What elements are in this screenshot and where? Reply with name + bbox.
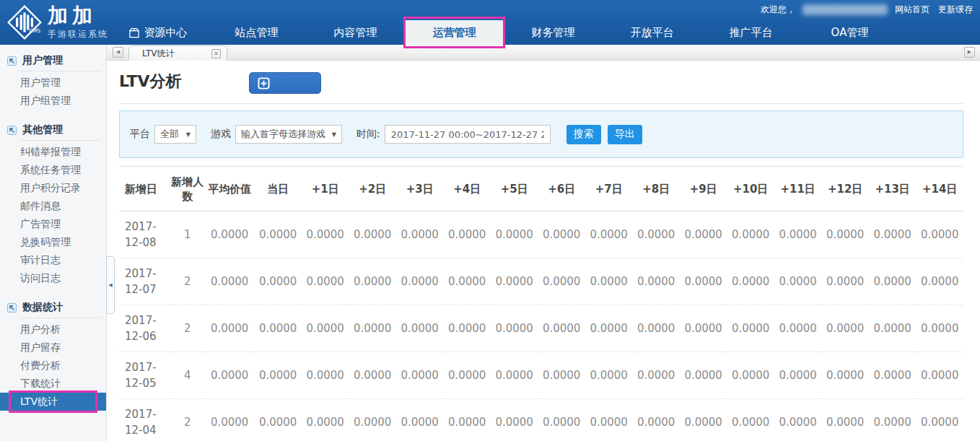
table-cell: 0.0000 xyxy=(916,352,963,399)
nav-item-open-platform[interactable]: 开放平台 xyxy=(603,20,701,45)
chevron-left-icon: ◀ xyxy=(116,49,120,55)
table-cell: 0.0000 xyxy=(302,399,349,441)
table-row: 2017-12-0420.00000.00000.00000.00000.000… xyxy=(119,399,963,441)
section-collapse-icon xyxy=(7,126,17,135)
sidebar-item-error-report-management[interactable]: 纠错举报管理 xyxy=(0,143,106,161)
sidebar-item-user-group-management[interactable]: 用户组管理 xyxy=(0,92,106,110)
export-button[interactable]: 导出 xyxy=(608,125,642,144)
filter-bar: 平台 全部 ▼ 游戏 输入首字母选择游戏 ▼ 时间: 搜索 导出 xyxy=(119,110,963,158)
link-site-home[interactable]: 网站首页 xyxy=(895,4,929,16)
open-tabs: LTV统计✕ xyxy=(128,45,227,61)
title-divider xyxy=(119,103,963,104)
table-header-cell: +5日 xyxy=(491,167,538,211)
sidebar-item-system-task-management[interactable]: 系统任务管理 xyxy=(0,161,106,179)
table-body: 2017-12-0810.00000.00000.00000.00000.000… xyxy=(119,211,963,441)
nav-item-label: 推广平台 xyxy=(730,20,773,45)
table-cell: 0.0000 xyxy=(727,211,774,258)
nav-item-resource-center[interactable]: 资源中心 xyxy=(108,20,207,45)
sidebar-item-redeem-code-management[interactable]: 兑换码管理 xyxy=(0,233,106,251)
table-cell: 0.0000 xyxy=(491,352,538,399)
table-cell-count: 1 xyxy=(170,211,205,258)
table-cell: 0.0000 xyxy=(538,352,585,399)
link-refresh-cache[interactable]: 更新缓存 xyxy=(938,4,973,16)
time-range-input[interactable] xyxy=(385,125,551,144)
welcome-text: 欢迎您， xyxy=(761,4,795,16)
sidebar-collapse-handle[interactable]: ◀ xyxy=(106,256,115,314)
table-cell: 0.0000 xyxy=(585,305,633,352)
plus-square-icon xyxy=(258,77,270,89)
brand-logo[interactable]: CMS 加加 手游联运系统 xyxy=(7,4,108,41)
nav-item-finance-management[interactable]: 财务管理 xyxy=(504,20,603,45)
add-button[interactable] xyxy=(249,72,321,94)
table-cell: 0.0000 xyxy=(680,352,727,399)
sidebar-item-download-stats[interactable]: 下载统计 xyxy=(0,375,106,393)
table-cell: 0.0000 xyxy=(205,305,255,352)
nav-item-label: OA管理 xyxy=(831,20,869,45)
table-cell: 0.0000 xyxy=(396,352,444,399)
table-header-cell: 当日 xyxy=(254,167,302,211)
sidebar-item-ltv-stats[interactable]: LTV统计 xyxy=(0,393,106,411)
table-cell: 0.0000 xyxy=(869,352,916,399)
table-header-cell: +12日 xyxy=(821,167,869,211)
sidebar-item-mail-messages[interactable]: 邮件消息 xyxy=(0,197,106,215)
page-title: LTV分析 xyxy=(119,71,181,92)
sidebar-section-header-user-management-section[interactable]: 用户管理 xyxy=(0,51,106,69)
table-cell: 0.0000 xyxy=(774,305,822,352)
sidebar-item-ad-management[interactable]: 广告管理 xyxy=(0,215,106,233)
sidebar-section-header-data-stats-section[interactable]: 数据统计 xyxy=(0,297,106,316)
table-cell: 0.0000 xyxy=(774,211,822,258)
table-cell: 0.0000 xyxy=(349,399,396,441)
game-select-value: 输入首字母选择游戏 xyxy=(241,128,325,141)
table-cell: 0.0000 xyxy=(632,258,680,305)
search-button[interactable]: 搜索 xyxy=(566,125,601,144)
sidebar-item-user-management[interactable]: 用户管理 xyxy=(0,74,106,92)
nav-item-content-management[interactable]: 内容管理 xyxy=(306,20,405,45)
nav-item-operations-management[interactable]: 运营管理 xyxy=(405,20,504,45)
close-icon[interactable]: ✕ xyxy=(211,49,221,58)
nav-item-label: 财务管理 xyxy=(532,20,575,45)
chevron-down-icon: ▼ xyxy=(326,131,336,138)
table-cell: 0.0000 xyxy=(774,258,822,305)
sidebar-item-access-log[interactable]: 访问日志 xyxy=(0,269,106,287)
table-cell: 0.0000 xyxy=(302,305,349,352)
table-header-cell: +8日 xyxy=(632,167,680,211)
table-cell: 0.0000 xyxy=(869,305,916,352)
chevron-down-icon: ▼ xyxy=(180,131,191,138)
table-cell: 0.0000 xyxy=(254,399,302,441)
table-header-cell: +10日 xyxy=(727,167,774,211)
section-collapse-icon xyxy=(7,303,17,313)
table-cell: 0.0000 xyxy=(821,399,869,441)
tab-scroll-left-button[interactable]: ◀ xyxy=(113,47,123,58)
table-header-cell: +11日 xyxy=(774,167,822,211)
nav-item-promotion-platform[interactable]: 推广平台 xyxy=(701,20,800,45)
other-management-section: 其他管理纠错举报管理系统任务管理用户积分记录邮件消息广告管理兑换码管理审计日志访… xyxy=(0,120,106,287)
brand-subtitle: 手游联运系统 xyxy=(48,28,108,40)
table-cell: 0.0000 xyxy=(680,211,727,258)
table-cell: 0.0000 xyxy=(727,399,774,441)
table-cell: 0.0000 xyxy=(491,211,538,258)
platform-select[interactable]: 全部 ▼ xyxy=(154,125,196,144)
tab-scroll-right-button[interactable]: ▶ xyxy=(964,47,975,58)
sidebar-section-header-other-management-section[interactable]: 其他管理 xyxy=(0,120,106,139)
table-cell-date: 2017-12-06 xyxy=(119,305,170,352)
sidebar-section-title: 数据统计 xyxy=(22,301,63,314)
table-cell: 0.0000 xyxy=(349,305,396,352)
nav-item-oa-management[interactable]: OA管理 xyxy=(800,20,899,45)
table-header-row: 新增日新增人数平均价值当日+1日+2日+3日+4日+5日+6日+7日+8日+9日… xyxy=(119,167,963,211)
table-header-cell: 新增日 xyxy=(119,167,170,211)
tab-label: LTV统计 xyxy=(142,48,211,60)
game-select[interactable]: 输入首字母选择游戏 ▼ xyxy=(235,125,342,144)
sidebar-item-user-analysis[interactable]: 用户分析 xyxy=(0,320,106,339)
tab-ltv-stats[interactable]: LTV统计✕ xyxy=(128,45,227,61)
sidebar-item-audit-log[interactable]: 审计日志 xyxy=(0,251,106,269)
sidebar-item-payment-analysis[interactable]: 付费分析 xyxy=(0,357,106,375)
table-cell: 0.0000 xyxy=(396,305,444,352)
nav-item-site-management[interactable]: 站点管理 xyxy=(207,20,306,45)
nav-item-label: 站点管理 xyxy=(235,20,279,45)
table-cell: 0.0000 xyxy=(774,399,822,441)
table-header-cell: +3日 xyxy=(396,167,444,211)
table-cell: 0.0000 xyxy=(916,258,963,305)
sidebar-divider xyxy=(20,318,100,318)
sidebar-item-user-retention[interactable]: 用户留存 xyxy=(0,339,106,357)
sidebar-item-user-points-log[interactable]: 用户积分记录 xyxy=(0,179,106,197)
